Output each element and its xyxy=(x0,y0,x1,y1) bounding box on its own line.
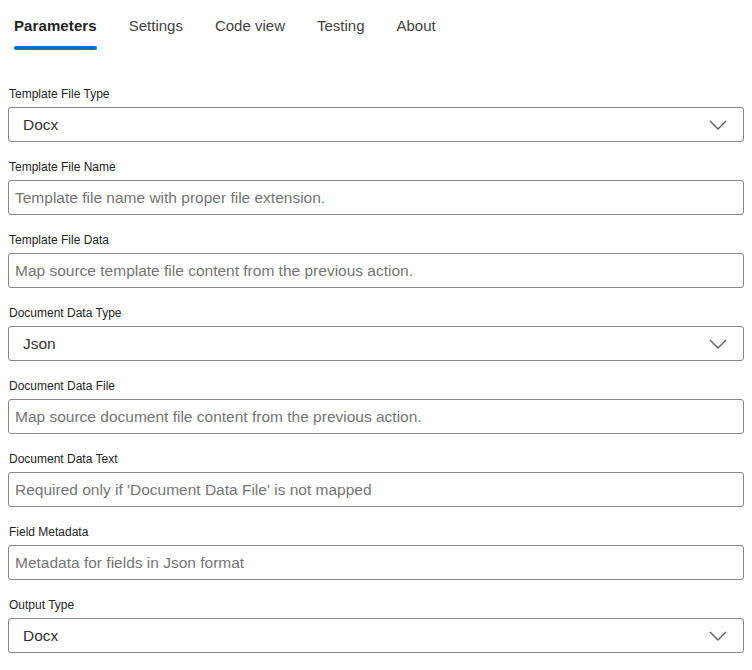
template-file-type-label: Template File Type xyxy=(8,86,744,102)
field-template-file-name: Template File Name xyxy=(8,159,744,215)
active-tab-indicator xyxy=(14,46,97,50)
field-document-data-file: Document Data File xyxy=(8,378,744,434)
document-data-type-value: Json xyxy=(23,335,56,353)
template-file-name-label: Template File Name xyxy=(8,159,744,175)
document-data-type-label: Document Data Type xyxy=(8,305,744,321)
field-output-type: Output Type Docx xyxy=(8,597,744,653)
tab-parameters-label: Parameters xyxy=(14,15,97,37)
parameters-panel: Parameters Settings Code view Testing Ab… xyxy=(0,0,752,653)
field-template-file-data: Template File Data xyxy=(8,232,744,288)
field-metadata-input[interactable] xyxy=(8,545,744,580)
tab-code-view-label: Code view xyxy=(215,15,285,37)
chevron-down-icon[interactable] xyxy=(709,120,727,130)
tab-parameters[interactable]: Parameters xyxy=(14,15,97,50)
tab-testing[interactable]: Testing xyxy=(317,15,365,50)
chevron-down-icon[interactable] xyxy=(709,631,727,641)
tab-settings-label: Settings xyxy=(129,15,183,37)
tab-testing-label: Testing xyxy=(317,15,365,37)
field-metadata-label: Field Metadata xyxy=(8,524,744,540)
document-data-text-label: Document Data Text xyxy=(8,451,744,467)
document-data-type-dropdown[interactable]: Json xyxy=(8,326,744,361)
field-document-data-type: Document Data Type Json xyxy=(8,305,744,361)
tab-about[interactable]: About xyxy=(397,15,436,50)
output-type-dropdown[interactable]: Docx xyxy=(8,618,744,653)
tab-settings[interactable]: Settings xyxy=(129,15,183,50)
document-data-text-input[interactable] xyxy=(8,472,744,507)
field-document-data-text: Document Data Text xyxy=(8,451,744,507)
tab-code-view[interactable]: Code view xyxy=(215,15,285,50)
field-field-metadata: Field Metadata xyxy=(8,524,744,580)
template-file-data-label: Template File Data xyxy=(8,232,744,248)
tab-bar: Parameters Settings Code view Testing Ab… xyxy=(8,15,744,50)
template-file-type-dropdown[interactable]: Docx xyxy=(8,107,744,142)
template-file-type-value: Docx xyxy=(23,116,58,134)
chevron-down-icon[interactable] xyxy=(709,339,727,349)
document-data-file-input[interactable] xyxy=(8,399,744,434)
document-data-file-label: Document Data File xyxy=(8,378,744,394)
template-file-name-input[interactable] xyxy=(8,180,744,215)
template-file-data-input[interactable] xyxy=(8,253,744,288)
field-template-file-type: Template File Type Docx xyxy=(8,86,744,142)
output-type-value: Docx xyxy=(23,627,58,645)
output-type-label: Output Type xyxy=(8,597,744,613)
tab-about-label: About xyxy=(397,15,436,37)
